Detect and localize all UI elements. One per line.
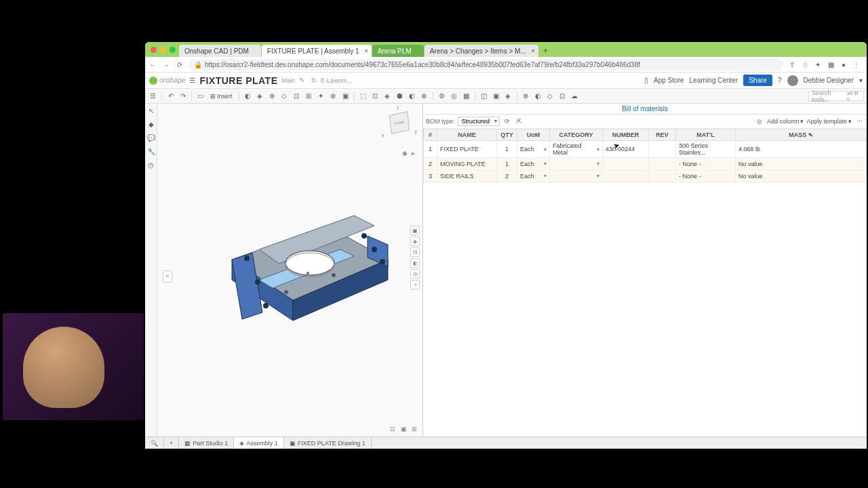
panel-toggle-icon[interactable]: ≡: [163, 270, 172, 283]
tool-icon[interactable]: ⊡: [557, 91, 568, 101]
comment-icon[interactable]: 💬: [147, 134, 155, 142]
select-icon[interactable]: ▭: [195, 91, 205, 101]
maximize-window-icon[interactable]: [170, 47, 176, 53]
search-tools-input[interactable]: Search tools... alt/⌘ c: [808, 91, 864, 101]
share-button[interactable]: Share: [743, 75, 772, 86]
status-icon[interactable]: ⊞: [412, 426, 420, 434]
col-qty[interactable]: QTY: [497, 129, 517, 141]
branch-label[interactable]: Main: [282, 77, 296, 84]
export-icon[interactable]: ⇱: [515, 117, 524, 126]
3d-model[interactable]: [198, 185, 415, 348]
user-chevron-icon[interactable]: ▾: [859, 77, 863, 84]
insert-button[interactable]: ⊞Insert: [208, 93, 235, 100]
add-column-button[interactable]: Add column ▾: [767, 118, 804, 125]
footer-tab[interactable]: ◈Assembly 1: [234, 437, 284, 449]
mobile-icon[interactable]: ▯: [644, 77, 648, 84]
browser-tab[interactable]: Arena > Changes > Items > M...×: [425, 45, 538, 57]
tool-icon[interactable]: ⬚: [358, 91, 368, 101]
status-icon[interactable]: ⊡: [390, 426, 398, 434]
history-icon[interactable]: ◷: [147, 161, 155, 169]
document-title[interactable]: FIXTURE PLATE: [199, 75, 277, 86]
tool-icon[interactable]: ▦: [461, 91, 471, 101]
browser-tab[interactable]: Arena PLM: [372, 45, 424, 57]
hamburger-icon[interactable]: ☰: [189, 77, 195, 84]
tool-icon[interactable]: ⬢: [395, 91, 405, 101]
tool-icon[interactable]: ▣: [340, 91, 351, 101]
refresh-icon[interactable]: ↻: [311, 77, 317, 84]
minimize-window-icon[interactable]: [160, 47, 166, 53]
back-icon[interactable]: ←: [148, 61, 157, 68]
tool-icon[interactable]: ◎: [449, 91, 459, 101]
close-tab-icon[interactable]: ×: [364, 47, 368, 54]
3d-viewport[interactable]: ≡ Front x y z ◉ ▸ ▣ ◈ ⊡ ◐ ◎ ✧: [157, 104, 423, 436]
redo-icon[interactable]: ↷: [178, 91, 188, 101]
learning-link[interactable]: Learning Center: [690, 77, 738, 84]
tool-icon[interactable]: ▣: [491, 91, 501, 101]
footer-tab[interactable]: ▣FIXED PLATE Drawing 1: [284, 437, 372, 449]
footer-search[interactable]: 🔍: [145, 437, 164, 449]
tool-icon[interactable]: ⊡: [370, 91, 380, 101]
reload-icon[interactable]: ⟳: [175, 61, 184, 68]
tool-icon[interactable]: ◈: [255, 91, 265, 101]
view-cube[interactable]: Front x y z: [384, 108, 416, 139]
share-icon[interactable]: ⇪: [787, 61, 797, 68]
tool-icon[interactable]: ◇: [279, 91, 290, 101]
wrench-icon[interactable]: 🔧: [147, 147, 155, 155]
tool-icon[interactable]: ⊞: [304, 91, 314, 101]
refresh-icon[interactable]: ⟳: [502, 117, 512, 126]
url-input[interactable]: 🔒 https://osarcr2-fieldtest.dev.onshape.…: [189, 59, 783, 70]
linked-doc[interactable]: E-Lawnm...: [321, 77, 352, 84]
menu-icon[interactable]: ⋮: [852, 61, 861, 68]
tool-icon[interactable]: ⊕: [328, 91, 338, 101]
tool-icon[interactable]: ✦: [316, 91, 326, 101]
apply-template-button[interactable]: Apply template ▾: [806, 118, 852, 125]
col-name[interactable]: NAME: [437, 129, 497, 141]
forward-icon[interactable]: →: [161, 61, 171, 68]
new-tab-button[interactable]: +: [539, 45, 552, 57]
close-window-icon[interactable]: [151, 47, 157, 53]
tool-icon[interactable]: ⊕: [267, 91, 277, 101]
star-icon[interactable]: ☆: [800, 61, 810, 68]
status-icon[interactable]: ▣: [401, 426, 409, 434]
target-icon[interactable]: ◎: [755, 117, 764, 126]
undo-icon[interactable]: ↶: [165, 91, 176, 101]
tool-icon[interactable]: ◫: [479, 91, 489, 101]
grid-icon[interactable]: ▦: [826, 61, 835, 68]
user-avatar-icon[interactable]: [787, 75, 798, 86]
help-icon[interactable]: ?: [778, 77, 782, 84]
tool-icon[interactable]: ⊗: [419, 91, 429, 101]
tool-icon[interactable]: ⊕: [521, 91, 531, 101]
view-tool-icon[interactable]: ◉: [402, 150, 410, 158]
tool-icon[interactable]: ◈: [382, 91, 393, 101]
tool-icon[interactable]: ⚙: [437, 91, 447, 101]
menu-icon[interactable]: ☰: [148, 91, 158, 101]
close-tab-icon[interactable]: ×: [531, 47, 534, 54]
tool-icon[interactable]: ◐: [533, 91, 543, 101]
pencil-icon[interactable]: ✎: [299, 77, 304, 84]
cube-face[interactable]: Front: [389, 111, 410, 134]
col-rev[interactable]: REV: [649, 129, 676, 141]
avatar-icon[interactable]: ●: [839, 61, 848, 68]
browser-tab[interactable]: FIXTURE PLATE | Assembly 1×: [262, 45, 372, 57]
tool-icon[interactable]: ⊡: [292, 91, 302, 101]
tool-icon[interactable]: ◇: [545, 91, 555, 101]
col-material[interactable]: MAT'L: [676, 129, 736, 141]
col-uom[interactable]: UoM: [517, 129, 550, 141]
extensions-icon[interactable]: ✦: [813, 61, 823, 68]
tool-icon[interactable]: ☁: [570, 91, 580, 101]
col-mass[interactable]: MASS ✎: [736, 129, 867, 141]
user-name[interactable]: Debbie Designer: [804, 77, 854, 84]
tool-icon[interactable]: ◈: [503, 91, 513, 101]
table-row[interactable]: 2 MOVING PLATE 1 Each▾ ▾ - None - No val…: [424, 158, 867, 170]
view-chevron-icon[interactable]: ▸: [412, 150, 420, 158]
cursor-icon[interactable]: ↖: [147, 106, 155, 115]
tool-icon[interactable]: ◐: [407, 91, 417, 101]
col-number[interactable]: #: [424, 129, 437, 141]
onshape-logo-icon[interactable]: [149, 77, 157, 85]
tool-icon[interactable]: ◐: [243, 91, 253, 101]
browser-tab[interactable]: Onshape CAD | PDM: [179, 45, 261, 57]
table-row[interactable]: 3 SIDE RAILS 2 Each▾ ▾ - None - No value: [424, 170, 867, 182]
col-category[interactable]: CATEGORY: [550, 129, 603, 141]
footer-add[interactable]: +: [164, 437, 179, 449]
col-partnumber[interactable]: NUMBER: [603, 129, 649, 141]
